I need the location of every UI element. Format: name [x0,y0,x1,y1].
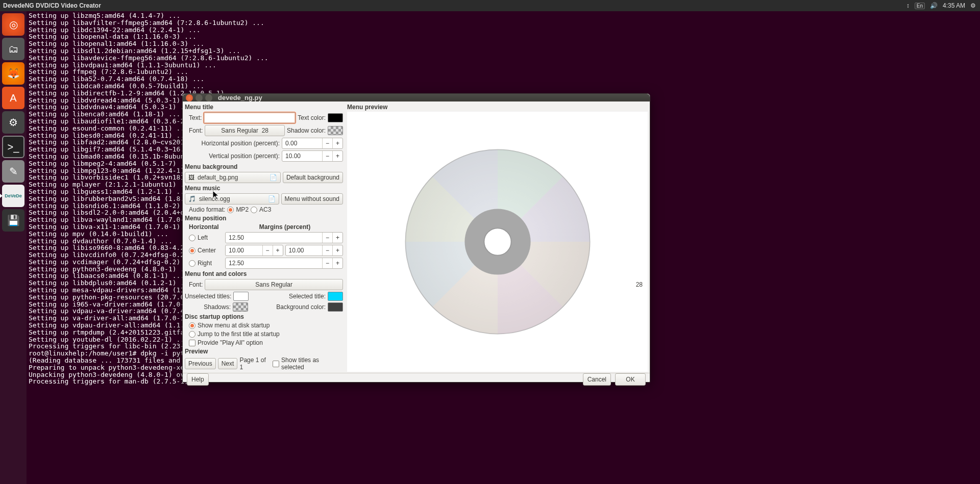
disc-image [401,145,595,339]
font-colors-header: Menu font and colors [185,270,343,277]
bg-file-chooser[interactable]: 🖼 default_bg.png 📄 [185,172,281,183]
shadow-color-label: Shadow color: [287,127,326,134]
settings-icon[interactable]: ⚙ [2,111,24,134]
text-label: Text: [189,114,202,121]
mp2-radio[interactable] [227,207,234,213]
margin-center-b-spinner[interactable]: 10.00−+ [285,245,344,256]
terminal-icon[interactable]: >_ [2,136,24,158]
drive-icon[interactable]: 💾 [2,209,24,232]
font2-selector[interactable]: Sans Regular 28 [205,279,343,290]
audio-format-label: Audio format: [189,206,225,213]
default-bg-button[interactable]: Default background [283,172,343,183]
editor-icon[interactable]: ✎ [2,160,24,183]
margin-left-spinner[interactable]: 12.50−+ [225,232,343,243]
cancel-button[interactable]: Cancel [583,373,611,386]
unselected-label: Unselected titles: [185,293,231,300]
svg-point-2 [484,228,511,255]
vpos-label: Vertical position (percent): [185,152,280,160]
align-left-radio[interactable] [189,235,195,241]
firefox-icon[interactable]: 🦊 [2,62,24,85]
files-icon[interactable]: 🗂 [2,38,24,60]
text-color-swatch[interactable] [328,113,343,122]
menu-title-header: Menu title [185,104,343,111]
menu-music-header: Menu music [185,185,343,192]
app-title: DevedeNG DVD/CD Video Creator [0,2,906,9]
settings-pane: Menu title Text: Text color: Font: Sans … [183,101,345,373]
music-icon: 🎵 [188,195,196,202]
top-panel: DevedeNG DVD/CD Video Creator ↕ En 🔊 4:3… [0,0,980,11]
page-indicator: Page 1 of 1 [239,356,271,371]
plus-icon: + [332,151,342,161]
play-all-checkbox[interactable] [189,340,195,346]
unselected-color-swatch[interactable] [233,292,249,301]
devede-icon[interactable]: DeVeDe [2,185,24,207]
dash-icon[interactable]: ◎ [2,13,24,36]
open-icon: 📄 [270,174,277,181]
disc-startup-header: Disc startup options [185,313,343,320]
image-icon: 🖼 [188,174,194,181]
preview-pane: Menu preview [345,101,650,373]
margin-center-a-spinner[interactable]: 10.00−+ [225,245,283,256]
ac3-radio[interactable] [251,207,257,213]
text-color-label: Text color: [298,114,326,121]
window-maximize-icon[interactable] [205,94,212,101]
font-label: Font: [189,127,203,134]
preview-header: Preview [185,348,343,355]
plus-icon: + [332,138,342,148]
network-icon[interactable]: ↕ [906,2,910,9]
language-indicator[interactable]: En [915,3,925,9]
window-close-icon[interactable] [186,94,193,101]
bgcolor-label: Background color: [250,303,326,311]
margins-label: Margins (percent) [227,223,343,231]
music-file-chooser[interactable]: 🎵 silence.ogg 📄 [185,193,279,205]
next-button[interactable]: Next [218,358,238,369]
gear-icon[interactable]: ⚙ [970,2,976,9]
menu-bg-header: Menu background [185,163,343,170]
help-button[interactable]: Help [187,373,209,386]
horizontal-label: Horizontal [189,223,225,231]
opt-jump-first-radio[interactable] [189,331,195,338]
align-center-radio[interactable] [189,247,195,254]
font-selector[interactable]: Sans Regular 28 [205,125,285,136]
hpos-spinner[interactable]: 0.00−+ [282,138,343,149]
unity-launcher: ◎ 🗂 🦊 A ⚙ >_ ✎ DeVeDe 💾 [0,11,27,484]
previous-button[interactable]: Previous [185,358,216,369]
vpos-spinner[interactable]: 10.00−+ [282,150,343,162]
window-minimize-icon[interactable] [195,94,203,101]
dialog-button-bar: Help Cancel OK [183,373,650,386]
shadow-color-swatch[interactable] [328,126,343,135]
hpos-label: Horizontal position (percent): [185,140,280,147]
sound-icon[interactable]: 🔊 [930,2,938,9]
dialog-title: devede_ng.py [218,94,262,101]
mouse-cursor [213,191,221,201]
show-selected-checkbox[interactable] [273,361,279,367]
open-icon: 📄 [268,195,276,202]
dialog-titlebar[interactable]: devede_ng.py [183,94,650,101]
margin-right-spinner[interactable]: 12.50−+ [225,258,343,269]
menu-settings-dialog: devede_ng.py Menu title Text: Text color… [182,93,650,383]
shadows-color-swatch[interactable] [233,302,248,312]
minus-icon: − [322,138,332,148]
font2-label: Font: [189,281,203,288]
system-tray: ↕ En 🔊 4:35 AM ⚙ [906,2,980,9]
shadows-label: Shadows: [185,303,231,311]
no-sound-button[interactable]: Menu without sound [281,193,343,205]
menu-pos-header: Menu position [185,215,343,222]
title-text-input[interactable] [204,112,296,123]
bgcolor-swatch[interactable] [328,302,343,312]
selected-color-swatch[interactable] [328,292,343,301]
clock[interactable]: 4:35 AM [943,2,965,9]
preview-canvas [347,112,648,372]
menu-preview-header: Menu preview [347,104,648,111]
opt-show-menu-radio[interactable] [189,322,195,329]
software-icon[interactable]: A [2,87,24,109]
minus-icon: − [322,151,332,161]
align-right-radio[interactable] [189,260,195,267]
ok-button[interactable]: OK [615,373,646,386]
selected-label: Selected title: [251,293,326,300]
